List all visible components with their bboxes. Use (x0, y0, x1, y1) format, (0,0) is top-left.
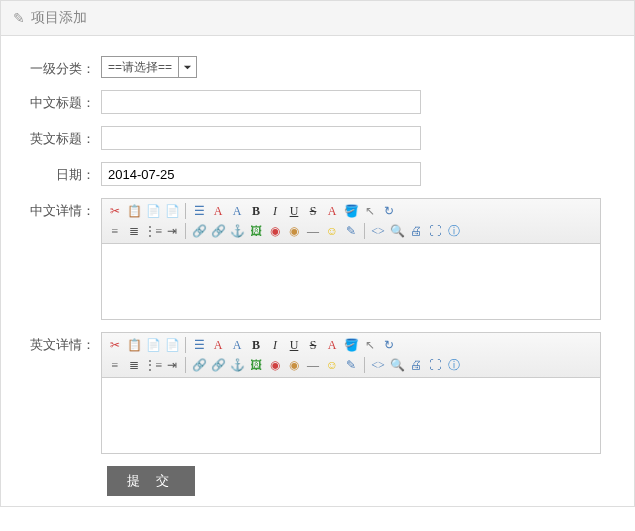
italic-icon[interactable]: I (266, 336, 284, 354)
select-all-icon[interactable]: ☰ (190, 336, 208, 354)
cut-icon[interactable]: ✂ (106, 336, 124, 354)
bold-icon[interactable]: B (247, 336, 265, 354)
detail-cn-area[interactable] (102, 244, 600, 319)
date-label: 日期： (21, 162, 101, 184)
category-select[interactable]: ==请选择== (101, 56, 197, 78)
list-num-icon[interactable]: ≣ (125, 356, 143, 374)
date-input[interactable] (101, 162, 421, 186)
font-color-icon[interactable]: A (228, 202, 246, 220)
fullscreen-icon[interactable]: ⛶ (426, 222, 444, 240)
select-all-icon[interactable]: ☰ (190, 202, 208, 220)
paste-icon[interactable]: 📄 (144, 336, 162, 354)
hr-icon[interactable]: — (304, 356, 322, 374)
source-icon[interactable]: <> (369, 356, 387, 374)
toolbar-cn: ✂📋📄📄☰AABIUSA🪣↖↻≡≣⋮≡⇥🔗🔗⚓🖼◉◉—☺✎<>🔍🖨⛶ⓘ (102, 199, 600, 244)
redo-icon[interactable]: ↻ (380, 336, 398, 354)
panel-title: 项目添加 (31, 9, 87, 27)
copy-icon[interactable]: 📋 (125, 202, 143, 220)
detail-cn-label: 中文详情： (21, 198, 101, 220)
category-label: 一级分类： (21, 56, 101, 78)
preview-icon[interactable]: 🔍 (388, 222, 406, 240)
title-en-input[interactable] (101, 126, 421, 150)
anchor-icon[interactable]: ⚓ (228, 356, 246, 374)
separator (364, 223, 365, 239)
cut-icon[interactable]: ✂ (106, 202, 124, 220)
list-bullet-icon[interactable]: ⋮≡ (144, 356, 162, 374)
align-left-icon[interactable]: ≡ (106, 356, 124, 374)
underline-icon[interactable]: U (285, 202, 303, 220)
italic-icon[interactable]: I (266, 202, 284, 220)
toolbar-en: ✂📋📄📄☰AABIUSA🪣↖↻≡≣⋮≡⇥🔗🔗⚓🖼◉◉—☺✎<>🔍🖨⛶ⓘ (102, 333, 600, 378)
font-color-icon[interactable]: A (228, 336, 246, 354)
remove-format-icon[interactable]: A (209, 202, 227, 220)
remove-format-icon[interactable]: A (209, 336, 227, 354)
special-char-icon[interactable]: ✎ (342, 222, 360, 240)
copy-icon[interactable]: 📋 (125, 336, 143, 354)
bold-icon[interactable]: B (247, 202, 265, 220)
title-cn-label: 中文标题： (21, 90, 101, 112)
anchor-icon[interactable]: ⚓ (228, 222, 246, 240)
underline-icon[interactable]: U (285, 336, 303, 354)
smiley-icon[interactable]: ☺ (323, 356, 341, 374)
smiley-icon[interactable]: ☺ (323, 222, 341, 240)
strikethrough-icon[interactable]: S (304, 202, 322, 220)
unlink-icon[interactable]: 🔗 (209, 356, 227, 374)
print-icon[interactable]: 🖨 (407, 356, 425, 374)
media-icon[interactable]: ◉ (285, 222, 303, 240)
detail-en-editor: ✂📋📄📄☰AABIUSA🪣↖↻≡≣⋮≡⇥🔗🔗⚓🖼◉◉—☺✎<>🔍🖨⛶ⓘ (101, 332, 601, 454)
link-icon[interactable]: 🔗 (190, 356, 208, 374)
media-icon[interactable]: ◉ (285, 356, 303, 374)
preview-icon[interactable]: 🔍 (388, 356, 406, 374)
source-icon[interactable]: <> (369, 222, 387, 240)
cursor-icon[interactable]: ↖ (361, 202, 379, 220)
pencil-icon: ✎ (13, 10, 25, 26)
bg-color-icon[interactable]: A (323, 202, 341, 220)
separator (364, 357, 365, 373)
list-num-icon[interactable]: ≣ (125, 222, 143, 240)
detail-en-area[interactable] (102, 378, 600, 453)
fullscreen-icon[interactable]: ⛶ (426, 356, 444, 374)
about-icon[interactable]: ⓘ (445, 222, 463, 240)
submit-button[interactable]: 提 交 (107, 466, 195, 496)
category-value: ==请选择== (102, 57, 178, 77)
indent-icon[interactable]: ⇥ (163, 222, 181, 240)
separator (185, 203, 186, 219)
image-icon[interactable]: 🖼 (247, 222, 265, 240)
title-cn-input[interactable] (101, 90, 421, 114)
bg-color-icon[interactable]: A (323, 336, 341, 354)
hr-icon[interactable]: — (304, 222, 322, 240)
paste-word-icon[interactable]: 📄 (163, 336, 181, 354)
paste-word-icon[interactable]: 📄 (163, 202, 181, 220)
separator (185, 337, 186, 353)
unlink-icon[interactable]: 🔗 (209, 222, 227, 240)
print-icon[interactable]: 🖨 (407, 222, 425, 240)
flash-icon[interactable]: ◉ (266, 356, 284, 374)
paint-icon[interactable]: 🪣 (342, 202, 360, 220)
list-bullet-icon[interactable]: ⋮≡ (144, 222, 162, 240)
about-icon[interactable]: ⓘ (445, 356, 463, 374)
image-icon[interactable]: 🖼 (247, 356, 265, 374)
special-char-icon[interactable]: ✎ (342, 356, 360, 374)
link-icon[interactable]: 🔗 (190, 222, 208, 240)
separator (185, 223, 186, 239)
paint-icon[interactable]: 🪣 (342, 336, 360, 354)
cursor-icon[interactable]: ↖ (361, 336, 379, 354)
panel-header: ✎ 项目添加 (1, 1, 634, 36)
chevron-down-icon[interactable] (178, 57, 196, 77)
flash-icon[interactable]: ◉ (266, 222, 284, 240)
separator (185, 357, 186, 373)
redo-icon[interactable]: ↻ (380, 202, 398, 220)
detail-cn-editor: ✂📋📄📄☰AABIUSA🪣↖↻≡≣⋮≡⇥🔗🔗⚓🖼◉◉—☺✎<>🔍🖨⛶ⓘ (101, 198, 601, 320)
strikethrough-icon[interactable]: S (304, 336, 322, 354)
align-left-icon[interactable]: ≡ (106, 222, 124, 240)
indent-icon[interactable]: ⇥ (163, 356, 181, 374)
panel-body: 一级分类： ==请选择== 中文标题： 英文标题： (1, 36, 634, 506)
detail-en-label: 英文详情： (21, 332, 101, 354)
paste-icon[interactable]: 📄 (144, 202, 162, 220)
title-en-label: 英文标题： (21, 126, 101, 148)
panel: ✎ 项目添加 一级分类： ==请选择== 中文标题： 英文标题： (0, 0, 635, 507)
